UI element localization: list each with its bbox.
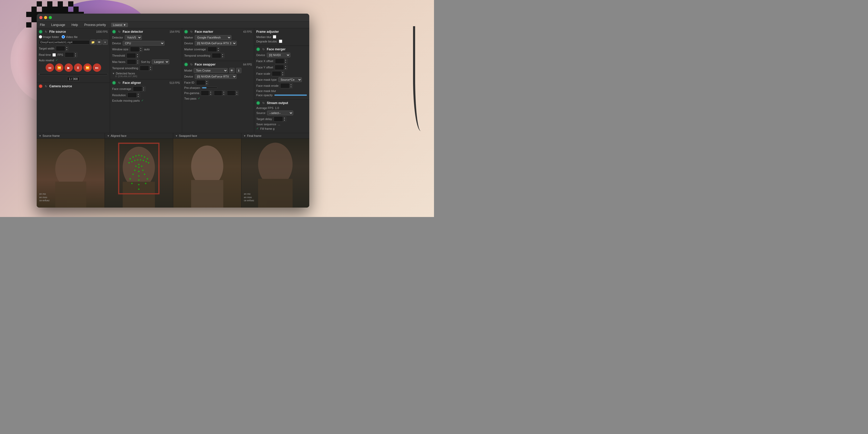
pre-gamma-r-input[interactable]: 1.00 (201, 91, 209, 95)
face-y-offset-up[interactable]: ▲ (284, 65, 287, 67)
temporal-smoothing-down[interactable]: ▼ (149, 68, 152, 70)
menu-file[interactable]: File (39, 23, 46, 27)
face-marker-power-btn[interactable] (184, 30, 188, 34)
face-aligner-refresh-btn[interactable]: ↻ (117, 81, 121, 85)
marker-coverage-input[interactable]: 1,3 (208, 48, 217, 51)
pre-gamma-r-up[interactable]: ▲ (209, 91, 212, 93)
resolution-input[interactable]: 224 (128, 94, 136, 97)
fps-down[interactable]: ▼ (74, 55, 77, 57)
fill-frame-check[interactable]: ✓ (256, 127, 259, 130)
real-time-checkbox[interactable] (53, 53, 56, 57)
pre-gamma-b-down[interactable]: ▼ (235, 93, 238, 95)
preview-btn[interactable]: 👁 (96, 39, 102, 45)
face-mask-erode-input[interactable]: 5 (280, 84, 289, 87)
pre-gamma-g-up[interactable]: ▲ (222, 91, 225, 93)
face-x-offset-input[interactable]: 0.000 (275, 60, 284, 63)
face-coverage-spinbox[interactable]: 2.2 ▲ ▼ (133, 86, 146, 91)
browse-folder-btn[interactable]: 📁 (90, 39, 96, 45)
threshold-input[interactable]: 0.50 (127, 54, 136, 57)
pre-gamma-g-input[interactable]: 1.00 (214, 91, 222, 95)
detector-select[interactable]: YoloV5 (125, 35, 142, 40)
target-delay-input[interactable]: 500 (274, 117, 283, 121)
menu-language[interactable]: Language (50, 23, 66, 27)
face-y-offset-input[interactable] (275, 66, 284, 69)
pre-gamma-b-up[interactable]: ▲ (235, 91, 238, 93)
max-faces-down[interactable]: ▼ (136, 62, 139, 64)
face-x-offset-down[interactable]: ▼ (284, 61, 287, 63)
swapped-face-expand[interactable]: ▼ (175, 134, 178, 137)
face-mask-erode-spinbox[interactable]: 5 ▲ ▼ (280, 83, 293, 88)
pre-sharpen-slider[interactable] (202, 87, 218, 89)
close-video-btn[interactable]: × (102, 39, 108, 45)
fps-input[interactable]: AUTO (65, 53, 74, 56)
image-folder-radio[interactable]: Image folder (39, 35, 59, 38)
face-marker-refresh-btn[interactable]: ↻ (189, 30, 193, 34)
marker-select[interactable]: Google FaceMesh (195, 35, 231, 40)
target-delay-spinbox[interactable]: 500 ▲ ▼ (274, 116, 286, 122)
priority-dropdown[interactable]: Lowest ▼ (111, 23, 128, 27)
detected-faces-expand[interactable]: ▼ (112, 72, 115, 75)
face-coverage-input[interactable]: 2.2 (133, 87, 142, 90)
face-x-offset-up[interactable]: ▲ (284, 59, 287, 61)
face-swapper-refresh-btn[interactable]: ↻ (189, 63, 193, 66)
output-source-select[interactable]: --select-- (267, 111, 293, 115)
close-button[interactable] (39, 16, 42, 19)
stream-output-refresh-btn[interactable]: ↻ (261, 101, 265, 105)
window-size-down[interactable]: ▼ (139, 49, 142, 52)
face-mask-type-select[interactable]: Source*Ce (278, 77, 302, 82)
target-delay-up[interactable]: ▲ (283, 117, 286, 119)
fps-up[interactable]: ▲ (74, 53, 77, 55)
marker-temporal-smoothing-down[interactable]: ▼ (221, 56, 224, 58)
model-preview-btn[interactable]: 👁 (229, 68, 235, 73)
camera-source-power-btn[interactable] (39, 84, 42, 88)
face-mask-erode-down[interactable]: ▼ (289, 86, 292, 88)
pre-gamma-b-spinbox[interactable]: 1.00 ▲ ▼ (227, 90, 239, 96)
detector-device-select[interactable]: CPU (123, 41, 164, 45)
face-id-spinbox[interactable]: 0 ▲ ▼ (196, 80, 209, 85)
marker-coverage-up[interactable]: ▲ (217, 47, 220, 49)
max-faces-up[interactable]: ▲ (136, 60, 139, 62)
aligned-face-expand[interactable]: ▼ (107, 134, 110, 137)
model-info-btn[interactable]: ℹ (236, 68, 241, 73)
face-opacity-slider[interactable] (274, 94, 307, 96)
face-scale-up[interactable]: ▲ (281, 71, 284, 74)
fps-spinbox[interactable]: AUTO ▲ ▼ (65, 52, 77, 57)
threshold-down[interactable]: ▼ (136, 56, 139, 58)
max-faces-input[interactable]: 1 (127, 60, 136, 63)
face-scale-input[interactable]: 1.00 (272, 72, 281, 75)
face-detector-power-btn[interactable] (112, 30, 116, 34)
face-y-offset-spinbox[interactable]: ▲ ▼ (275, 65, 287, 70)
menu-process-priority[interactable]: Process priority (83, 23, 107, 27)
camera-source-refresh-btn[interactable]: ↻ (44, 84, 48, 88)
temporal-smoothing-up[interactable]: ▲ (149, 66, 152, 68)
two-pass-check[interactable]: ✓ (198, 97, 200, 100)
source-frame-expand[interactable]: ▼ (39, 134, 41, 137)
exclude-moving-parts-check[interactable]: ✓ (141, 99, 144, 102)
face-coverage-down[interactable]: ▼ (142, 89, 145, 91)
swapper-device-select[interactable]: [0] NVIDIA GeForce RTX (195, 74, 237, 79)
face-merger-refresh-btn[interactable]: ↻ (261, 48, 265, 51)
resolution-spinbox[interactable]: 224 ▲ ▼ (127, 93, 140, 98)
maximize-button[interactable] (49, 16, 52, 19)
minimize-button[interactable] (44, 16, 47, 19)
pre-gamma-r-spinbox[interactable]: 1.00 ▲ ▼ (201, 90, 212, 96)
target-width-up[interactable]: ▲ (65, 46, 68, 49)
face-scale-down[interactable]: ▼ (281, 74, 284, 76)
marker-coverage-spinbox[interactable]: 1,3 ▲ ▼ (208, 46, 220, 52)
window-size-spinbox[interactable]: 128 ▲ ▼ (130, 46, 143, 52)
btn-next-skip[interactable]: ⏭ (93, 63, 101, 72)
face-swapper-power-btn[interactable] (184, 63, 188, 66)
resolution-up[interactable]: ▲ (136, 93, 140, 95)
auto-rewind-check[interactable]: ✓ (56, 58, 58, 62)
max-faces-spinbox[interactable]: 1 ▲ ▼ (127, 59, 140, 64)
target-width-spinbox[interactable]: AUTO ▲ ▼ (56, 46, 68, 51)
marker-temporal-smoothing-up[interactable]: ▲ (221, 53, 224, 56)
btn-prev-skip[interactable]: ⏮ (45, 63, 54, 72)
face-mask-erode-up[interactable]: ▲ (289, 83, 292, 86)
face-detector-refresh-btn[interactable]: ↻ (117, 30, 121, 34)
target-width-input[interactable]: AUTO (56, 47, 65, 50)
face-id-up[interactable]: ▲ (205, 80, 208, 83)
window-size-up[interactable]: ▲ (139, 47, 142, 49)
target-width-down[interactable]: ▼ (65, 49, 68, 51)
pre-gamma-b-input[interactable]: 1.00 (227, 91, 235, 95)
